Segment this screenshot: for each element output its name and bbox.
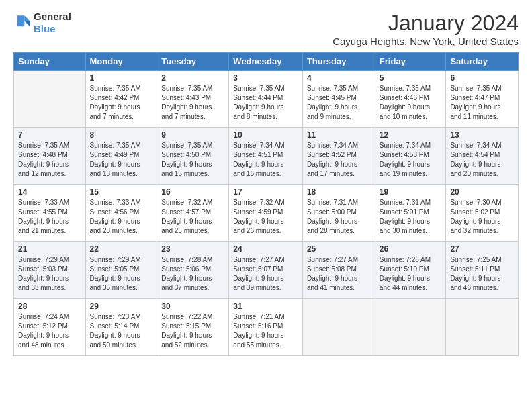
day-number: 10	[233, 130, 298, 140]
day-info: Sunrise: 7:23 AM Sunset: 5:14 PM Dayligh…	[90, 312, 153, 350]
day-info: Sunrise: 7:34 AM Sunset: 4:52 PM Dayligh…	[307, 141, 371, 179]
svg-rect-2	[17, 15, 24, 26]
day-info: Sunrise: 7:31 AM Sunset: 5:00 PM Dayligh…	[307, 198, 371, 236]
day-number: 17	[233, 187, 298, 197]
day-number: 9	[161, 130, 224, 140]
day-number: 28	[18, 302, 81, 311]
calendar-cell: 23Sunrise: 7:28 AM Sunset: 5:06 PM Dayli…	[157, 242, 229, 299]
day-number: 8	[90, 130, 153, 140]
calendar-cell: 2Sunrise: 7:35 AM Sunset: 4:43 PM Daylig…	[157, 71, 229, 128]
svg-marker-0	[24, 15, 30, 21]
day-info: Sunrise: 7:35 AM Sunset: 4:46 PM Dayligh…	[380, 84, 442, 122]
calendar-cell: 6Sunrise: 7:35 AM Sunset: 4:47 PM Daylig…	[446, 71, 519, 128]
day-info: Sunrise: 7:34 AM Sunset: 4:51 PM Dayligh…	[233, 141, 298, 179]
logo-general: General	[34, 11, 71, 23]
day-info: Sunrise: 7:34 AM Sunset: 4:54 PM Dayligh…	[450, 141, 514, 179]
weekday-header-monday: Monday	[85, 53, 157, 71]
day-number: 11	[307, 130, 371, 140]
day-number: 23	[161, 244, 224, 254]
calendar-cell: 20Sunrise: 7:30 AM Sunset: 5:02 PM Dayli…	[446, 185, 519, 242]
calendar-cell: 28Sunrise: 7:24 AM Sunset: 5:12 PM Dayli…	[14, 299, 86, 356]
weekday-header-thursday: Thursday	[302, 53, 375, 71]
calendar-cell: 30Sunrise: 7:22 AM Sunset: 5:15 PM Dayli…	[157, 299, 229, 356]
day-info: Sunrise: 7:32 AM Sunset: 4:59 PM Dayligh…	[233, 198, 298, 236]
day-number: 30	[161, 302, 224, 311]
weekday-header-saturday: Saturday	[446, 53, 519, 71]
day-info: Sunrise: 7:33 AM Sunset: 4:55 PM Dayligh…	[18, 198, 81, 236]
day-number: 7	[18, 130, 81, 140]
week-row-1: 1Sunrise: 7:35 AM Sunset: 4:42 PM Daylig…	[14, 71, 519, 128]
calendar-cell: 22Sunrise: 7:29 AM Sunset: 5:05 PM Dayli…	[85, 242, 157, 299]
day-number: 14	[18, 187, 81, 197]
day-info: Sunrise: 7:35 AM Sunset: 4:43 PM Dayligh…	[161, 84, 224, 122]
logo: General Blue	[13, 11, 71, 35]
weekday-header-tuesday: Tuesday	[157, 53, 229, 71]
day-info: Sunrise: 7:35 AM Sunset: 4:48 PM Dayligh…	[18, 141, 81, 179]
title-block: January 2024 Cayuga Heights, New York, U…	[332, 11, 519, 47]
day-number: 24	[233, 244, 298, 254]
calendar-cell: 26Sunrise: 7:26 AM Sunset: 5:10 PM Dayli…	[375, 242, 446, 299]
calendar-cell: 21Sunrise: 7:29 AM Sunset: 5:03 PM Dayli…	[14, 242, 86, 299]
day-info: Sunrise: 7:35 AM Sunset: 4:49 PM Dayligh…	[90, 141, 153, 179]
day-info: Sunrise: 7:25 AM Sunset: 5:11 PM Dayligh…	[450, 255, 514, 293]
day-info: Sunrise: 7:32 AM Sunset: 4:57 PM Dayligh…	[161, 198, 224, 236]
day-info: Sunrise: 7:27 AM Sunset: 5:07 PM Dayligh…	[233, 255, 298, 293]
day-number: 21	[18, 244, 81, 254]
svg-marker-1	[24, 21, 30, 26]
day-info: Sunrise: 7:31 AM Sunset: 5:01 PM Dayligh…	[380, 198, 442, 236]
weekday-header-sunday: Sunday	[14, 53, 86, 71]
calendar-cell: 9Sunrise: 7:35 AM Sunset: 4:50 PM Daylig…	[157, 128, 229, 185]
logo-icon	[15, 13, 31, 30]
day-info: Sunrise: 7:21 AM Sunset: 5:16 PM Dayligh…	[233, 312, 298, 350]
calendar-cell: 16Sunrise: 7:32 AM Sunset: 4:57 PM Dayli…	[157, 185, 229, 242]
day-number: 29	[90, 302, 153, 311]
week-row-5: 28Sunrise: 7:24 AM Sunset: 5:12 PM Dayli…	[14, 299, 519, 356]
day-number: 26	[380, 244, 442, 254]
weekday-header-row: SundayMondayTuesdayWednesdayThursdayFrid…	[14, 53, 519, 71]
day-info: Sunrise: 7:30 AM Sunset: 5:02 PM Dayligh…	[450, 198, 514, 236]
day-number: 27	[450, 244, 514, 254]
day-number: 12	[380, 130, 442, 140]
calendar-cell: 1Sunrise: 7:35 AM Sunset: 4:42 PM Daylig…	[85, 71, 157, 128]
subtitle: Cayuga Heights, New York, United States	[332, 36, 519, 47]
day-info: Sunrise: 7:35 AM Sunset: 4:50 PM Dayligh…	[161, 141, 224, 179]
day-number: 2	[161, 73, 224, 83]
day-number: 6	[450, 73, 514, 83]
day-info: Sunrise: 7:28 AM Sunset: 5:06 PM Dayligh…	[161, 255, 224, 293]
day-number: 22	[90, 244, 153, 254]
day-info: Sunrise: 7:24 AM Sunset: 5:12 PM Dayligh…	[18, 312, 81, 350]
day-info: Sunrise: 7:33 AM Sunset: 4:56 PM Dayligh…	[90, 198, 153, 236]
week-row-2: 7Sunrise: 7:35 AM Sunset: 4:48 PM Daylig…	[14, 128, 519, 185]
calendar-cell: 11Sunrise: 7:34 AM Sunset: 4:52 PM Dayli…	[302, 128, 375, 185]
calendar-cell	[375, 299, 446, 356]
day-info: Sunrise: 7:35 AM Sunset: 4:45 PM Dayligh…	[307, 84, 371, 122]
day-number: 16	[161, 187, 224, 197]
day-number: 20	[450, 187, 514, 197]
day-number: 15	[90, 187, 153, 197]
day-number: 3	[233, 73, 298, 83]
calendar-cell: 10Sunrise: 7:34 AM Sunset: 4:51 PM Dayli…	[229, 128, 303, 185]
calendar-cell	[446, 299, 519, 356]
week-row-4: 21Sunrise: 7:29 AM Sunset: 5:03 PM Dayli…	[14, 242, 519, 299]
day-number: 4	[307, 73, 371, 83]
calendar-cell	[14, 71, 86, 128]
day-info: Sunrise: 7:26 AM Sunset: 5:10 PM Dayligh…	[380, 255, 442, 293]
calendar-cell: 7Sunrise: 7:35 AM Sunset: 4:48 PM Daylig…	[14, 128, 86, 185]
calendar-cell: 18Sunrise: 7:31 AM Sunset: 5:00 PM Dayli…	[302, 185, 375, 242]
day-number: 19	[380, 187, 442, 197]
calendar-cell: 4Sunrise: 7:35 AM Sunset: 4:45 PM Daylig…	[302, 71, 375, 128]
calendar-cell: 14Sunrise: 7:33 AM Sunset: 4:55 PM Dayli…	[14, 185, 86, 242]
day-info: Sunrise: 7:29 AM Sunset: 5:03 PM Dayligh…	[18, 255, 81, 293]
calendar-cell: 17Sunrise: 7:32 AM Sunset: 4:59 PM Dayli…	[229, 185, 303, 242]
logo-blue: Blue	[34, 23, 71, 35]
calendar-cell: 25Sunrise: 7:27 AM Sunset: 5:08 PM Dayli…	[302, 242, 375, 299]
calendar-cell: 3Sunrise: 7:35 AM Sunset: 4:44 PM Daylig…	[229, 71, 303, 128]
main-title: January 2024	[332, 11, 519, 36]
day-number: 1	[90, 73, 153, 83]
day-info: Sunrise: 7:22 AM Sunset: 5:15 PM Dayligh…	[161, 312, 224, 350]
day-info: Sunrise: 7:27 AM Sunset: 5:08 PM Dayligh…	[307, 255, 371, 293]
calendar-cell	[302, 299, 375, 356]
calendar-cell: 13Sunrise: 7:34 AM Sunset: 4:54 PM Dayli…	[446, 128, 519, 185]
calendar-cell: 12Sunrise: 7:34 AM Sunset: 4:53 PM Dayli…	[375, 128, 446, 185]
calendar-cell: 5Sunrise: 7:35 AM Sunset: 4:46 PM Daylig…	[375, 71, 446, 128]
